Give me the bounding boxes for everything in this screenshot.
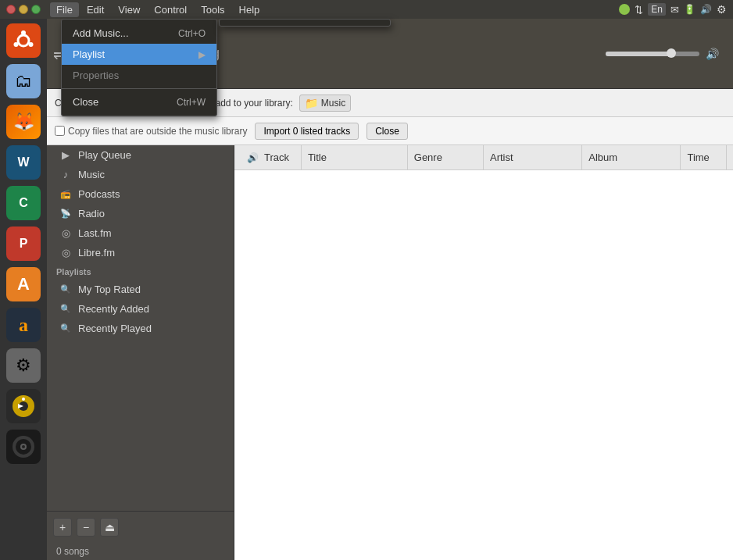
music-icon: ♪ [59, 169, 72, 180]
copy-files-label: Copy files that are outside the music li… [55, 126, 247, 137]
col-header-artist: Artist [484, 145, 582, 169]
lastfm-label: Last.fm [78, 227, 112, 239]
location-path-text: Music [321, 98, 345, 109]
file-dropdown-menu: Add Music... Ctrl+O Playlist ▶ Propertie… [61, 19, 217, 116]
radio-icon: 📡 [59, 209, 72, 219]
sidebar-item-radio[interactable]: 📡 Radio [47, 204, 234, 223]
genre-col-label: Genre [414, 152, 442, 163]
svg-point-4 [14, 42, 19, 47]
title-col-label: Title [308, 152, 327, 163]
menu-playlist[interactable]: Playlist ▶ [62, 44, 216, 65]
song-count: 0 songs [47, 543, 234, 560]
mail-icon[interactable]: ✉ [670, 4, 679, 16]
import-button[interactable]: Import 0 listed tracks [255, 123, 359, 140]
recently-added-label: Recently Added [78, 303, 149, 315]
window-close-btn[interactable] [6, 5, 16, 14]
menu-help[interactable]: Help [233, 2, 266, 17]
dock-lo-writer[interactable]: W [5, 144, 42, 181]
track-col-label: Track [264, 152, 289, 163]
add-music-label: Add Music... [73, 27, 129, 39]
col-header-title: Title [302, 145, 408, 169]
main-content: 🔊 Track Title Genre Artist Album Time [234, 145, 733, 560]
import-bar: Copy files that are outside the music li… [47, 117, 733, 145]
svg-point-7 [22, 398, 25, 401]
col-header-album: Album [582, 145, 681, 169]
sidebar-item-lastfm[interactable]: ◎ Last.fm [47, 223, 234, 243]
sidebar-item-recently-played[interactable]: 🔍 Recently Played [47, 319, 234, 338]
keyboard-layout[interactable]: En [648, 3, 666, 16]
window-max-btn[interactable] [31, 5, 41, 14]
sidebar-item-music[interactable]: ♪ Music [47, 165, 234, 184]
top-rated-icon: 🔍 [59, 284, 72, 294]
dock-lo-calc[interactable]: C [5, 184, 42, 222]
sidebar-bottom-bar: + − ⏏ [47, 511, 234, 543]
volume-icon: 🔊 [706, 48, 719, 60]
sidebar-item-play-queue[interactable]: ▶ Play Queue [47, 145, 234, 165]
sidebar-item-librefm[interactable]: ◎ Libre.fm [47, 243, 234, 262]
playlist-submenu [219, 19, 391, 27]
content-area: ▶ Play Queue ♪ Music 📻 Podcasts 📡 Radio … [47, 145, 733, 560]
svg-point-11 [22, 445, 25, 448]
sidebar: ▶ Play Queue ♪ Music 📻 Podcasts 📡 Radio … [47, 145, 234, 560]
music-label: Music [78, 169, 105, 180]
dock-software[interactable]: A [5, 266, 42, 303]
artist-col-label: Artist [490, 152, 513, 163]
dock-lo-impress[interactable]: P [5, 225, 42, 262]
menu-view[interactable]: View [112, 2, 146, 17]
sync-icon: ⇅ [635, 4, 643, 16]
close-import-button[interactable]: Close [366, 123, 408, 140]
dock-settings[interactable]: ⚙ [5, 347, 42, 384]
svg-point-2 [21, 30, 26, 35]
podcasts-label: Podcasts [78, 188, 120, 200]
menu-close[interactable]: Close Ctrl+W [62, 91, 216, 112]
playlists-header: Playlists [47, 262, 234, 280]
remove-playlist-button[interactable]: − [77, 518, 95, 537]
track-speaker-icon: 🔊 [247, 152, 259, 163]
add-playlist-button[interactable]: + [53, 518, 72, 537]
properties-label: Properties [73, 70, 119, 81]
close-label: Close [73, 96, 98, 108]
copy-files-checkbox[interactable] [55, 126, 65, 136]
menu-tools[interactable]: Tools [195, 2, 231, 17]
menu-bar: File Edit View Control Tools Help [50, 2, 266, 17]
app-dock: 🗂 🦊 W C P A a ⚙ [0, 19, 47, 560]
dock-ubuntu[interactable] [5, 22, 42, 59]
gear-icon[interactable]: ⚙ [717, 3, 727, 16]
system-bar: File Edit View Control Tools Help ⇅ En ✉… [0, 0, 733, 19]
menu-edit[interactable]: Edit [80, 2, 110, 17]
recently-played-icon: 🔍 [59, 323, 72, 334]
window-controls: File Edit View Control Tools Help [6, 2, 266, 17]
svg-point-3 [29, 42, 34, 47]
recently-added-icon: 🔍 [59, 304, 72, 314]
location-path[interactable]: 📁 Music [299, 95, 351, 112]
dock-amazon[interactable]: a [5, 306, 42, 344]
volume-control[interactable]: 🔊 [606, 48, 719, 60]
play-queue-label: Play Queue [78, 149, 131, 161]
play-queue-icon: ▶ [59, 149, 72, 161]
dock-firefox[interactable]: 🦊 [5, 103, 42, 141]
col-header-track: 🔊 Track [241, 145, 302, 169]
table-body [234, 170, 733, 560]
menu-file[interactable]: File [50, 2, 79, 17]
eject-button[interactable]: ⏏ [100, 518, 119, 537]
menu-separator [62, 88, 216, 89]
dock-files[interactable]: 🗂 [5, 62, 42, 100]
col-header-genre: Genre [408, 145, 484, 169]
window-min-btn[interactable] [19, 5, 28, 14]
dock-dj[interactable] [5, 428, 42, 465]
copy-files-text: Copy files that are outside the music li… [68, 126, 247, 137]
sidebar-item-recently-added[interactable]: 🔍 Recently Added [47, 299, 234, 319]
volume-tray-icon[interactable]: 🔊 [700, 4, 712, 15]
dock-rhythmbox[interactable] [5, 387, 42, 425]
sidebar-item-podcasts[interactable]: 📻 Podcasts [47, 184, 234, 204]
table-header: 🔊 Track Title Genre Artist Album Time [234, 145, 733, 170]
librefm-icon: ◎ [59, 247, 72, 259]
network-indicator [619, 4, 630, 15]
sidebar-item-my-top-rated[interactable]: 🔍 My Top Rated [47, 280, 234, 299]
time-col-label: Time [687, 152, 709, 163]
menu-control[interactable]: Control [148, 2, 193, 17]
col-header-time: Time [681, 145, 727, 169]
playlist-arrow-icon: ▶ [198, 49, 206, 60]
menu-add-music[interactable]: Add Music... Ctrl+O [62, 23, 216, 44]
podcasts-icon: 📻 [59, 189, 72, 199]
